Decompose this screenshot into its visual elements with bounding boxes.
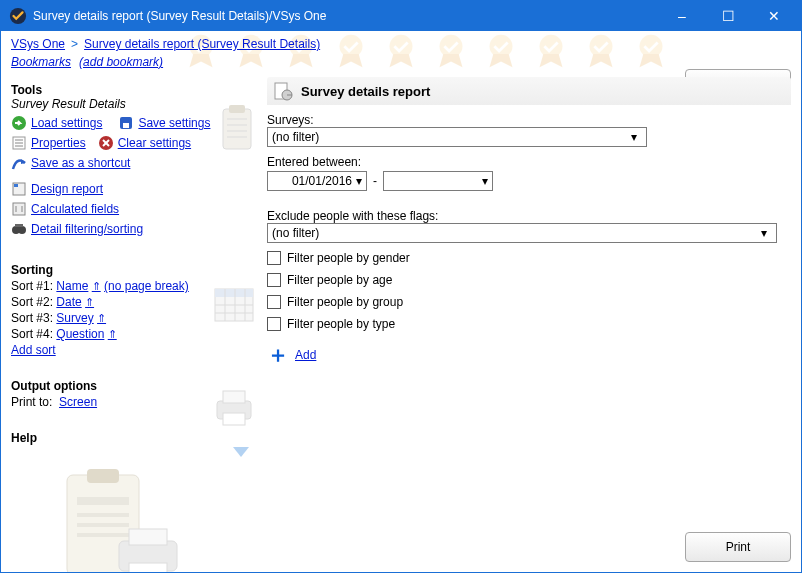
save-settings-link[interactable]: Save settings bbox=[138, 116, 210, 130]
sort-row: Sort #1: Name ⇑ (no page break) bbox=[11, 279, 261, 293]
calculated-fields-link[interactable]: Calculated fields bbox=[31, 202, 119, 216]
load-icon bbox=[11, 115, 27, 131]
sort-row: Sort #2: Date ⇑ bbox=[11, 295, 261, 309]
sort-row: Sort #3: Survey ⇑ bbox=[11, 311, 261, 325]
properties-icon bbox=[11, 135, 27, 151]
sorting-heading: Sorting bbox=[11, 263, 261, 277]
dropdown-icon: ▾ bbox=[626, 128, 642, 146]
surveys-value: (no filter) bbox=[272, 128, 319, 146]
dropdown-icon: ▾ bbox=[756, 224, 772, 242]
save-shortcut-link[interactable]: Save as a shortcut bbox=[31, 156, 130, 170]
filter-label: Filter people by age bbox=[287, 273, 392, 287]
svg-rect-22 bbox=[14, 184, 18, 187]
close-button[interactable]: ✕ bbox=[751, 1, 797, 31]
print-button[interactable]: Print bbox=[685, 532, 791, 562]
add-sort-link[interactable]: Add sort bbox=[11, 343, 56, 357]
svg-rect-23 bbox=[13, 203, 25, 215]
exclude-label: Exclude people with these flags: bbox=[267, 209, 791, 223]
design-icon bbox=[11, 181, 27, 197]
binoculars-icon bbox=[11, 221, 27, 237]
breadcrumb-current[interactable]: Survey details report (Survey Result Det… bbox=[84, 37, 320, 51]
window-title: Survey details report (Survey Result Det… bbox=[33, 9, 659, 23]
tools-subtitle: Survey Result Details bbox=[11, 97, 261, 111]
filter-checkbox[interactable] bbox=[267, 295, 281, 309]
svg-point-27 bbox=[18, 226, 26, 234]
titlebar: Survey details report (Survey Result Det… bbox=[1, 1, 801, 31]
panel-title: Survey details report bbox=[301, 84, 430, 99]
filter-label: Filter people by type bbox=[287, 317, 395, 331]
sort-direction-icon[interactable]: ⇑ bbox=[85, 296, 94, 308]
detail-filter-link[interactable]: Detail filtering/sorting bbox=[31, 222, 143, 236]
sort-direction-icon[interactable]: ⇑ bbox=[108, 328, 117, 340]
bookmarks-row: Bookmarks (add bookmark) bbox=[11, 55, 791, 69]
filter-checkbox[interactable] bbox=[267, 273, 281, 287]
plus-icon: ＋ bbox=[267, 347, 289, 363]
save-icon bbox=[118, 115, 134, 131]
shortcut-icon bbox=[11, 155, 27, 171]
add-filter-link[interactable]: Add bbox=[295, 348, 316, 362]
load-settings-link[interactable]: Load settings bbox=[31, 116, 102, 130]
filter-row: Filter people by gender bbox=[267, 251, 791, 265]
sort-field-link[interactable]: Question bbox=[56, 327, 104, 341]
properties-link[interactable]: Properties bbox=[31, 136, 86, 150]
breadcrumb-root[interactable]: VSys One bbox=[11, 37, 65, 51]
sort-prefix: Sort #2: bbox=[11, 295, 56, 309]
filter-checkbox[interactable] bbox=[267, 317, 281, 331]
clear-icon bbox=[98, 135, 114, 151]
dropdown-icon: ▾ bbox=[482, 174, 488, 188]
sort-field-link[interactable]: Date bbox=[56, 295, 81, 309]
surveys-select[interactable]: (no filter) ▾ bbox=[267, 127, 647, 147]
print-to-label: Print to: bbox=[11, 395, 52, 409]
sort-direction-icon[interactable]: ⇑ bbox=[97, 312, 106, 324]
exclude-select[interactable]: (no filter) ▾ bbox=[267, 223, 777, 243]
app-icon bbox=[9, 7, 27, 25]
filter-label: Filter people by gender bbox=[287, 251, 410, 265]
filter-label: Filter people by group bbox=[287, 295, 403, 309]
date-start-input[interactable]: 01/01/2016 ▾ bbox=[267, 171, 367, 191]
tools-heading: Tools bbox=[11, 83, 261, 97]
sort-field-link[interactable]: Survey bbox=[56, 311, 93, 325]
date-dash: - bbox=[373, 174, 377, 188]
date-start-value: 01/01/2016 bbox=[272, 174, 356, 188]
panel-header: Survey details report bbox=[267, 77, 791, 105]
svg-rect-28 bbox=[15, 224, 23, 227]
sort-row: Sort #4: Question ⇑ bbox=[11, 327, 261, 341]
design-report-link[interactable]: Design report bbox=[31, 182, 103, 196]
entered-label: Entered between: bbox=[267, 155, 791, 169]
filter-row: Filter people by type bbox=[267, 317, 791, 331]
svg-rect-13 bbox=[123, 123, 129, 128]
print-to-value[interactable]: Screen bbox=[59, 395, 97, 409]
sort-prefix: Sort #3: bbox=[11, 311, 56, 325]
clear-settings-link[interactable]: Clear settings bbox=[118, 136, 191, 150]
sort-pagebreak-link[interactable]: (no page break) bbox=[104, 279, 189, 293]
minimize-button[interactable]: – bbox=[659, 1, 705, 31]
sort-field-link[interactable]: Name bbox=[56, 279, 88, 293]
print-button-label: Print bbox=[726, 540, 751, 554]
sort-prefix: Sort #1: bbox=[11, 279, 56, 293]
output-heading: Output options bbox=[11, 379, 261, 393]
date-end-input[interactable]: ▾ bbox=[383, 171, 493, 191]
filter-checkbox[interactable] bbox=[267, 251, 281, 265]
sort-direction-icon[interactable]: ⇑ bbox=[92, 280, 101, 292]
exclude-value: (no filter) bbox=[272, 224, 319, 242]
add-bookmark-link[interactable]: (add bookmark) bbox=[79, 55, 163, 69]
help-heading: Help bbox=[11, 431, 261, 445]
calcfields-icon bbox=[11, 201, 27, 217]
maximize-button[interactable]: ☐ bbox=[705, 1, 751, 31]
surveys-label: Surveys: bbox=[267, 113, 791, 127]
filter-row: Filter people by age bbox=[267, 273, 791, 287]
dropdown-icon: ▾ bbox=[356, 174, 362, 188]
sort-prefix: Sort #4: bbox=[11, 327, 56, 341]
report-icon bbox=[273, 81, 293, 101]
filter-row: Filter people by group bbox=[267, 295, 791, 309]
breadcrumb: VSys One > Survey details report (Survey… bbox=[11, 37, 791, 51]
svg-rect-56 bbox=[129, 563, 167, 573]
breadcrumb-separator: > bbox=[71, 37, 78, 51]
bookmarks-link[interactable]: Bookmarks bbox=[11, 55, 71, 69]
